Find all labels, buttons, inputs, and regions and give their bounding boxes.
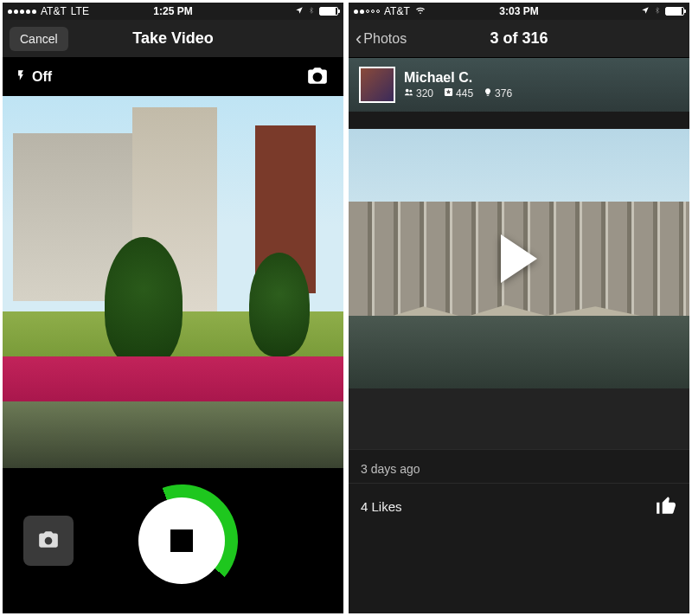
- timestamp-label: 3 days ago: [349, 449, 689, 483]
- flash-icon: [15, 66, 27, 88]
- nav-bar: Cancel Take Video: [3, 20, 343, 58]
- bluetooth-icon: [654, 5, 661, 18]
- author-row[interactable]: Michael C. 320 445 376: [349, 58, 689, 112]
- status-left: AT&T: [354, 5, 426, 17]
- status-right: [295, 5, 338, 18]
- bluetooth-icon: [308, 5, 315, 18]
- back-button[interactable]: ‹ Photos: [356, 28, 407, 50]
- stop-icon: [170, 529, 193, 552]
- flash-toggle[interactable]: Off: [15, 66, 52, 88]
- photo-mode-button[interactable]: [23, 516, 74, 566]
- screen-take-video: AT&T LTE 1:25 PM Cancel Take Video Off: [3, 3, 343, 613]
- caption-area: [349, 388, 689, 449]
- status-bar: AT&T LTE 1:25 PM: [3, 3, 343, 20]
- stat-reviews: 445: [444, 87, 473, 99]
- clock-label: 3:03 PM: [499, 5, 538, 17]
- author-info: Michael C. 320 445 376: [404, 70, 512, 99]
- video-thumbnail[interactable]: [349, 129, 689, 388]
- stop-record-button[interactable]: [138, 497, 225, 584]
- nav-bar: ‹ Photos 3 of 316: [349, 20, 689, 58]
- friends-icon: [404, 87, 413, 99]
- flash-label: Off: [32, 69, 52, 85]
- wifi-icon: [414, 5, 426, 17]
- status-left: AT&T LTE: [8, 5, 89, 17]
- star-badge-icon: [444, 87, 453, 99]
- back-label: Photos: [363, 31, 407, 47]
- clock-label: 1:25 PM: [153, 5, 192, 17]
- network-label: LTE: [71, 5, 89, 17]
- carrier-label: AT&T: [41, 5, 67, 17]
- bulb-icon: [484, 87, 492, 99]
- battery-icon: [665, 7, 684, 16]
- location-icon: [641, 5, 650, 17]
- signal-dots-icon: [8, 10, 36, 14]
- status-right: [641, 5, 684, 18]
- camera-icon: [35, 529, 61, 554]
- capture-bar: [3, 468, 343, 613]
- thumbs-up-icon: [655, 506, 677, 519]
- likes-count-label: 4 Likes: [361, 499, 402, 514]
- stat-tips: 376: [484, 87, 512, 99]
- signal-dots-icon: [354, 10, 380, 14]
- page-title: Take Video: [132, 29, 213, 48]
- author-name: Michael C.: [404, 70, 512, 86]
- like-button[interactable]: [655, 494, 677, 519]
- location-icon: [295, 5, 304, 17]
- detail-body: Michael C. 320 445 376: [349, 58, 689, 613]
- cancel-button[interactable]: Cancel: [10, 27, 68, 51]
- chevron-left-icon: ‹: [356, 28, 362, 50]
- svg-point-1: [409, 90, 412, 93]
- battery-icon: [319, 7, 338, 16]
- page-title: 3 of 316: [490, 29, 548, 48]
- screen-photo-detail: AT&T 3:03 PM ‹ Photos 3 of 316: [349, 3, 689, 613]
- reviews-count: 445: [456, 87, 473, 99]
- avatar: [359, 67, 395, 103]
- likes-row: 4 Likes: [349, 483, 689, 535]
- switch-camera-button[interactable]: [304, 65, 331, 90]
- carrier-label: AT&T: [384, 5, 410, 17]
- play-icon: [501, 234, 537, 283]
- svg-point-0: [406, 89, 409, 93]
- camera-controls-row: Off: [3, 58, 343, 96]
- status-bar: AT&T 3:03 PM: [349, 3, 689, 20]
- friends-count: 320: [416, 87, 433, 99]
- switch-camera-icon: [304, 77, 331, 90]
- stat-friends: 320: [404, 87, 433, 99]
- record-progress-ring: [125, 484, 238, 597]
- tips-count: 376: [495, 87, 512, 99]
- camera-viewfinder[interactable]: [3, 96, 343, 468]
- author-stats: 320 445 376: [404, 87, 512, 99]
